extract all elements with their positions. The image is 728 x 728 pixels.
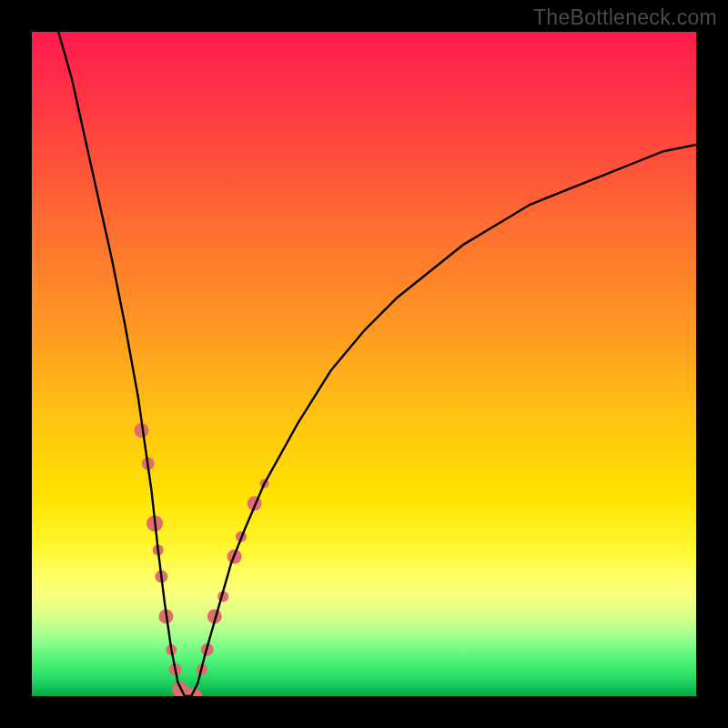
- plot-area: [32, 32, 696, 696]
- watermark-text: TheBottleneck.com: [533, 5, 717, 30]
- highlight-markers-group: [134, 423, 268, 696]
- bottleneck-curve: [58, 32, 696, 696]
- chart-svg: [32, 32, 696, 696]
- chart-frame: TheBottleneck.com: [0, 0, 728, 728]
